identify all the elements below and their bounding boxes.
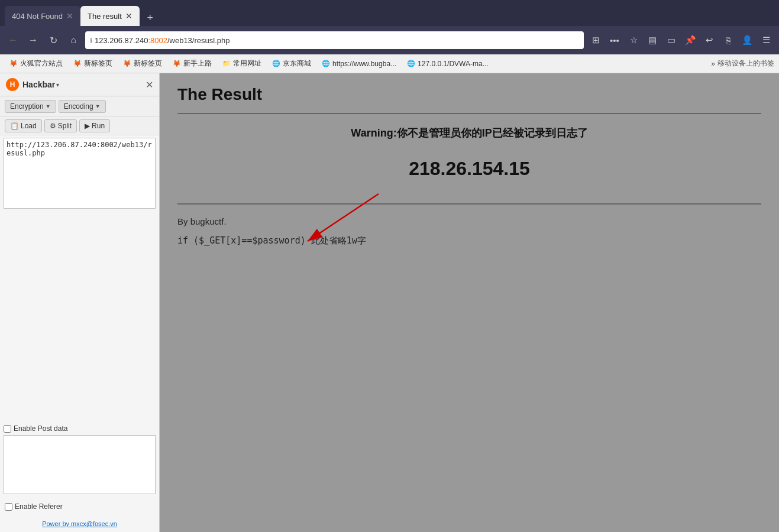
address-bar[interactable]: ℹ 123.206.87.240:8002/web13/resusl.php: [85, 31, 584, 49]
bookmark-firefox[interactable]: 🦊 火狐官方站点: [5, 57, 67, 70]
account-icon[interactable]: 👤: [739, 32, 755, 48]
enable-post-checkbox[interactable]: [4, 425, 11, 433]
guide-icon: 🦊: [173, 60, 181, 67]
bookmark-jd-label: 京东商城: [283, 59, 311, 69]
hackbar-post-input[interactable]: [4, 435, 156, 494]
hackbar-footer-link[interactable]: Power by mxcx@fosec.vn: [42, 520, 117, 527]
bookmarks-bar: 🦊 火狐官方站点 🦊 新标签页 🦊 新标签页 🦊 新手上路 📁 常用网址 🌐 京…: [0, 54, 779, 73]
load-icon: 📋: [10, 122, 19, 130]
tab-bar: 404 Not Found ✕ The result ✕ +: [0, 0, 779, 26]
bookmark-bugba-label: https://www.bugba...: [332, 60, 396, 68]
bookmark-dvwa[interactable]: 🌐 127.0.0.1/DVWA-ma...: [402, 59, 493, 69]
bookmark-bugba[interactable]: 🌐 https://www.bugba...: [317, 59, 401, 69]
bookmark-guide[interactable]: 🦊 新手上路: [168, 57, 216, 70]
encoding-caret: ▼: [95, 103, 101, 109]
encoding-dropdown[interactable]: Encoding ▼: [59, 100, 106, 113]
bugba-icon: 🌐: [322, 60, 330, 67]
bookmark-guide-label: 新手上路: [183, 59, 212, 69]
hackbar-url-area: http://123.206.87.240:8002/web13/resusl.…: [0, 135, 159, 422]
info-icon: ℹ: [90, 37, 92, 44]
tab-result-title: The result: [88, 12, 122, 21]
folder-icon: 📁: [222, 60, 231, 67]
bookmark-jd[interactable]: 🌐 京东商城: [267, 57, 316, 70]
hackbar-post-area: Enable Post data: [0, 422, 159, 499]
nav-bar: ← → ↻ ⌂ ℹ 123.206.87.240:8002/web13/resu…: [0, 26, 779, 54]
url-path: /web13/resusl.php: [167, 36, 230, 45]
tab-404-title: 404 Not Found: [12, 12, 63, 21]
run-button[interactable]: ▶ Run: [79, 119, 110, 132]
hackbar-footer: Power by mxcx@fosec.vn: [0, 514, 159, 532]
undo-icon[interactable]: ↩: [701, 32, 717, 48]
menu-icon[interactable]: ☰: [758, 32, 774, 48]
hackbar-header: H Hackbar ▾ ✕: [0, 73, 159, 96]
by-text: By bugkuctf.: [177, 216, 761, 226]
hackbar-logo: H: [6, 78, 19, 91]
refresh-button[interactable]: ↻: [45, 32, 62, 48]
encoding-label: Encoding: [64, 102, 93, 111]
split-icon: ⚙: [50, 122, 56, 130]
browser-chrome: 404 Not Found ✕ The result ✕ + ← → ↻ ⌂ ℹ…: [0, 0, 779, 73]
enable-referer-label[interactable]: Enable Referer: [5, 502, 154, 511]
bookmark-dvwa-label: 127.0.0.1/DVWA-ma...: [418, 60, 489, 68]
page-title: The Result: [177, 85, 761, 104]
more-chevron: »: [711, 60, 715, 68]
jd-icon: 🌐: [272, 60, 280, 67]
firefox-icon: 🦊: [9, 60, 18, 67]
page-divider-top: [177, 113, 761, 114]
code-hint: if ($_GET[x]==$password) 此处省略1w字: [177, 235, 761, 246]
hackbar-toolbar: Encryption ▼ Encoding ▼: [0, 96, 159, 117]
url-display: 123.206.87.240:8002/web13/resusl.php: [95, 36, 579, 45]
qr-icon[interactable]: ⊞: [587, 32, 604, 48]
bookmark-common[interactable]: 📁 常用网址: [218, 57, 266, 70]
tab-404-close[interactable]: ✕: [66, 12, 73, 20]
back-button[interactable]: ←: [5, 32, 21, 48]
page-content: The Result Warning:你不是管理员你的IP已经被记录到日志了 2…: [160, 73, 779, 532]
sidebar-icon[interactable]: ▤: [644, 32, 661, 48]
warning-text: Warning:你不是管理员你的IP已经被记录到日志了: [177, 126, 761, 140]
hackbar-url-input[interactable]: http://123.206.87.240:8002/web13/resusl.…: [4, 138, 156, 209]
main-area: H Hackbar ▾ ✕ Encryption ▼ Encoding ▼ 📋 …: [0, 73, 779, 532]
star-icon[interactable]: ☆: [625, 32, 642, 48]
firefox3-icon: 🦊: [123, 60, 131, 67]
enable-post-text: Enable Post data: [14, 424, 67, 433]
enable-post-label[interactable]: Enable Post data: [4, 424, 156, 433]
home-button[interactable]: ⌂: [65, 32, 82, 48]
load-button[interactable]: 📋 Load: [5, 119, 42, 132]
bookmark-newtab1-label: 新标签页: [84, 59, 112, 69]
page-icon[interactable]: ⎘: [720, 32, 736, 48]
split-label: Split: [58, 122, 72, 130]
bookmark-newtab2[interactable]: 🦊 新标签页: [118, 57, 167, 70]
page-divider-bottom: [177, 203, 761, 205]
hackbar-title: Hackbar: [22, 80, 55, 89]
hackbar-caret: ▾: [56, 82, 59, 88]
run-label: Run: [92, 122, 105, 130]
tab-result[interactable]: The result ✕: [80, 6, 140, 26]
bookmark-firefox-label: 火狐官方站点: [20, 59, 63, 69]
encryption-label: Encryption: [10, 102, 44, 111]
url-port: :8002: [148, 36, 167, 45]
forward-button[interactable]: →: [25, 32, 41, 48]
enable-referer-checkbox[interactable]: [5, 503, 12, 511]
hackbar-action-btns: 📋 Load ⚙ Split ▶ Run: [0, 117, 159, 135]
load-label: Load: [21, 122, 37, 130]
split-button[interactable]: ⚙ Split: [44, 119, 77, 132]
tab-404[interactable]: 404 Not Found ✕: [5, 6, 80, 26]
nav-right-icons: ⊞ ••• ☆ ▤ ▭ 📌 ↩ ⎘ 👤 ☰: [587, 32, 774, 48]
responsive-icon[interactable]: ▭: [663, 32, 680, 48]
hackbar-sidebar: H Hackbar ▾ ✕ Encryption ▼ Encoding ▼ 📋 …: [0, 73, 160, 532]
hackbar-close-button[interactable]: ✕: [146, 79, 153, 90]
pin-icon[interactable]: 📌: [682, 32, 699, 48]
annotation-area: if ($_GET[x]==$password) 此处省略1w字: [177, 235, 761, 246]
bookmark-common-label: 常用网址: [233, 59, 261, 69]
bookmarks-more[interactable]: » 移动设备上的书签: [711, 59, 774, 69]
firefox2-icon: 🦊: [73, 60, 82, 67]
bookmark-newtab2-label: 新标签页: [134, 59, 162, 69]
dvwa-icon: 🌐: [407, 60, 415, 67]
mobile-bookmarks-label: 移动设备上的书签: [717, 59, 774, 69]
encryption-dropdown[interactable]: Encryption ▼: [5, 100, 56, 113]
run-icon: ▶: [85, 122, 90, 130]
tab-result-close[interactable]: ✕: [125, 12, 132, 20]
bookmark-newtab1[interactable]: 🦊 新标签页: [69, 57, 117, 70]
new-tab-button[interactable]: +: [142, 9, 159, 26]
more-icon[interactable]: •••: [606, 32, 623, 48]
